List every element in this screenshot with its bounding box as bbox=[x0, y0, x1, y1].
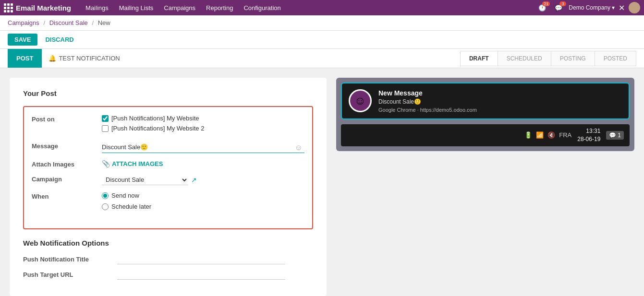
action-bar: SAVE DISCARD bbox=[0, 31, 644, 49]
nav-mailings[interactable]: Mailings bbox=[81, 2, 113, 13]
sound-icon: 🔇 bbox=[547, 131, 555, 139]
battery-icon: 🔋 bbox=[524, 131, 532, 139]
radio-send-now-input[interactable] bbox=[102, 192, 109, 199]
chat-icon: 💬 bbox=[609, 132, 616, 139]
test-notification-button[interactable]: 🔔 TEST NOTIFICATION bbox=[42, 55, 126, 62]
grid-icon[interactable] bbox=[4, 3, 13, 12]
preview-panel: ☺ New Message Discount Sale🙂 Google Chro… bbox=[336, 78, 634, 296]
breadcrumb-sep1: / bbox=[43, 19, 45, 26]
bell-icon: 🔔 bbox=[49, 55, 56, 62]
nav-reporting[interactable]: Reporting bbox=[201, 2, 238, 13]
when-label: When bbox=[32, 192, 94, 200]
discard-button[interactable]: DISCARD bbox=[41, 34, 77, 46]
save-button[interactable]: SAVE bbox=[8, 34, 37, 46]
notification-card: ☺ New Message Discount Sale🙂 Google Chro… bbox=[341, 83, 630, 119]
status-posting[interactable]: POSTING bbox=[551, 51, 595, 66]
message-label: Message bbox=[32, 142, 94, 150]
topnav: Email Marketing Mailings Mailing Lists C… bbox=[0, 0, 644, 15]
wifi-icon: 📶 bbox=[536, 131, 544, 139]
main-content: Your Post Post on [Push Notifications] M… bbox=[0, 68, 644, 296]
nav-mailing-lists[interactable]: Mailing Lists bbox=[114, 2, 158, 13]
checkbox-website2-input[interactable] bbox=[102, 125, 109, 132]
status-scheduled[interactable]: SCHEDULED bbox=[498, 51, 551, 66]
message-input-wrap: ☺ bbox=[102, 142, 304, 153]
preview-window: ☺ New Message Discount Sale🙂 Google Chro… bbox=[336, 78, 634, 151]
paperclip-icon: 📎 bbox=[102, 160, 110, 167]
attach-images-row: Attach Images 📎 ATTACH IMAGES bbox=[32, 160, 304, 168]
attach-images-button[interactable]: 📎 ATTACH IMAGES bbox=[102, 160, 163, 167]
message-field: ☺ bbox=[102, 142, 304, 153]
when-field: Send now Schedule later bbox=[102, 192, 304, 214]
push-url-label: Push Target URL bbox=[23, 271, 109, 278]
when-row: When Send now Schedule later bbox=[32, 192, 304, 214]
form-section-title: Your Post bbox=[23, 89, 313, 97]
notif-title: New Message bbox=[378, 89, 622, 97]
campaign-field: Discount Sale ↗ bbox=[102, 175, 304, 185]
radio-schedule-later-input[interactable] bbox=[102, 203, 109, 210]
post-button[interactable]: POST bbox=[8, 49, 42, 68]
campaign-select[interactable]: Discount Sale bbox=[102, 175, 188, 185]
web-notif-title: Web Notification Options bbox=[23, 239, 313, 247]
attach-images-field: 📎 ATTACH IMAGES bbox=[102, 160, 304, 167]
message-badge[interactable]: 💬 3 bbox=[552, 2, 565, 13]
message-row: Message ☺ bbox=[32, 142, 304, 153]
web-notif-section: Web Notification Options Push Notificati… bbox=[23, 239, 313, 280]
avatar[interactable] bbox=[629, 2, 640, 13]
radio-schedule-later[interactable]: Schedule later bbox=[102, 203, 304, 210]
push-url-row: Push Target URL bbox=[23, 269, 313, 280]
push-url-input[interactable] bbox=[117, 269, 285, 280]
company-selector[interactable]: Demo Company ▾ bbox=[569, 4, 615, 11]
checkbox-website2[interactable]: [Push Notifications] My Website 2 bbox=[102, 125, 304, 132]
form-panel: Your Post Post on [Push Notifications] M… bbox=[10, 78, 327, 296]
nav-configuration[interactable]: Configuration bbox=[239, 2, 285, 13]
campaign-row: Campaign Discount Sale ↗ bbox=[32, 175, 304, 185]
notif-icon: ☺ bbox=[349, 89, 372, 112]
topnav-menu: Mailings Mailing Lists Campaigns Reporti… bbox=[81, 2, 536, 13]
breadcrumb-current: New bbox=[98, 19, 110, 26]
taskbar: 🔋 📶 🔇 FRA 13:31 28-06-19 💬 1 bbox=[341, 124, 630, 146]
push-title-input[interactable] bbox=[117, 254, 285, 264]
post-on-label: Post on bbox=[32, 115, 94, 123]
checkbox-website1-input[interactable] bbox=[102, 115, 109, 122]
close-icon[interactable]: ✕ bbox=[619, 3, 625, 12]
status-steps: DRAFT SCHEDULED POSTING POSTED bbox=[460, 51, 636, 66]
app-brand: Email Marketing bbox=[4, 3, 71, 12]
external-link-icon[interactable]: ↗ bbox=[191, 176, 197, 184]
push-title-row: Push Notification Title bbox=[23, 254, 313, 264]
post-form-section: Post on [Push Notifications] My Website … bbox=[23, 106, 313, 229]
notif-url: Google Chrome · https://demo5.odoo.com bbox=[378, 107, 622, 113]
notif-content: New Message Discount Sale🙂 Google Chrome… bbox=[378, 89, 622, 113]
emoji-icon[interactable]: ☺ bbox=[295, 143, 303, 152]
taskbar-chat: 💬 1 bbox=[606, 131, 624, 140]
taskbar-time: 13:31 28-06-19 bbox=[577, 127, 600, 143]
post-on-row: Post on [Push Notifications] My Website … bbox=[32, 115, 304, 135]
lang-label: FRA bbox=[559, 131, 571, 139]
breadcrumb-sep2: / bbox=[92, 19, 94, 26]
activity-badge[interactable]: 🕐 21 bbox=[536, 2, 548, 13]
breadcrumb: Campaigns / Discount Sale / New bbox=[0, 15, 644, 31]
message-input[interactable] bbox=[102, 142, 304, 153]
campaign-label: Campaign bbox=[32, 175, 94, 183]
radio-send-now[interactable]: Send now bbox=[102, 192, 304, 199]
status-posted[interactable]: POSTED bbox=[595, 51, 636, 66]
status-draft[interactable]: DRAFT bbox=[460, 51, 498, 66]
checkbox-website1[interactable]: [Push Notifications] My Website bbox=[102, 115, 304, 122]
attach-images-label: Attach Images bbox=[32, 160, 94, 168]
notif-subtitle: Discount Sale🙂 bbox=[378, 98, 622, 105]
status-bar: POST 🔔 TEST NOTIFICATION DRAFT SCHEDULED… bbox=[0, 49, 644, 68]
push-title-label: Push Notification Title bbox=[23, 256, 109, 263]
nav-campaigns[interactable]: Campaigns bbox=[159, 2, 200, 13]
topnav-right: 🕐 21 💬 3 Demo Company ▾ ✕ bbox=[536, 2, 640, 13]
breadcrumb-root[interactable]: Campaigns bbox=[8, 19, 39, 26]
post-on-field: [Push Notifications] My Website [Push No… bbox=[102, 115, 304, 135]
taskbar-icons: 🔋 📶 🔇 FRA bbox=[524, 131, 571, 139]
chevron-down-icon: ▾ bbox=[612, 4, 615, 11]
breadcrumb-parent[interactable]: Discount Sale bbox=[49, 19, 88, 26]
